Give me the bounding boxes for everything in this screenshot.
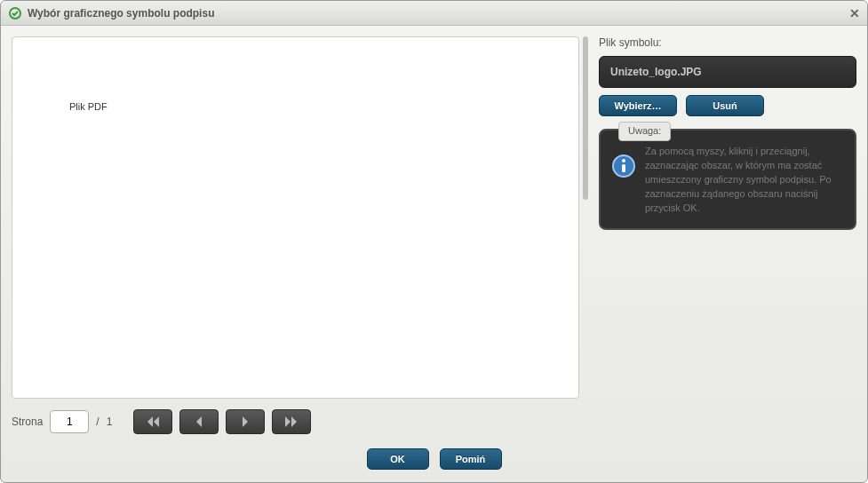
pager-first-button[interactable]: [133, 409, 172, 434]
chevron-right-icon: [238, 416, 252, 428]
skip-button[interactable]: Pomiń: [440, 448, 502, 470]
rewind-first-icon: [146, 416, 160, 428]
info-tab-label: Uwaga:: [618, 122, 671, 141]
left-pane: Plik PDF Strona / 1: [12, 36, 588, 434]
info-box: Uwaga: Za pomocą myszy, kliknij i przeci…: [599, 129, 856, 230]
app-icon: [8, 6, 22, 20]
pdf-label: Plik PDF: [69, 101, 108, 112]
titlebar: Wybór graficznego symbolu podpisu ✕: [1, 1, 867, 26]
info-content: Za pomocą myszy, kliknij i przeciągnij, …: [611, 145, 844, 216]
pager-last-button[interactable]: [272, 409, 311, 434]
chevron-left-icon: [192, 416, 206, 428]
file-buttons: Wybierz… Usuń: [599, 95, 856, 116]
choose-button[interactable]: Wybierz…: [599, 95, 677, 116]
file-value: Unizeto_logo.JPG: [599, 56, 856, 88]
close-icon[interactable]: ✕: [849, 6, 860, 20]
pdf-preview[interactable]: Plik PDF: [12, 36, 579, 399]
dialog-window: Wybór graficznego symbolu podpisu ✕ Plik…: [0, 0, 868, 483]
svg-rect-3: [622, 164, 625, 172]
preview-wrap: Plik PDF: [12, 36, 588, 399]
pager: Strona / 1: [12, 409, 588, 434]
pager-label: Strona: [12, 416, 43, 428]
scrollbar-thumb[interactable]: [583, 36, 588, 200]
ok-button[interactable]: OK: [367, 448, 429, 470]
pager-separator: /: [96, 416, 99, 428]
pager-prev-button[interactable]: [179, 409, 219, 434]
svg-point-2: [622, 159, 625, 162]
footer-buttons: OK Pomiń: [1, 441, 867, 482]
forward-last-icon: [284, 416, 299, 428]
file-label: Plik symbolu:: [599, 36, 856, 49]
pager-next-button[interactable]: [226, 409, 265, 434]
content-area: Plik PDF Strona / 1: [1, 26, 867, 441]
info-text: Za pomocą myszy, kliknij i przeciągnij, …: [645, 145, 844, 216]
window-title: Wybór graficznego symbolu podpisu: [28, 7, 849, 20]
right-pane: Plik symbolu: Unizeto_logo.JPG Wybierz… …: [599, 36, 856, 434]
preview-scrollbar[interactable]: [583, 36, 588, 399]
delete-button[interactable]: Usuń: [686, 95, 764, 116]
info-icon: [611, 154, 636, 178]
pager-total: 1: [107, 416, 113, 428]
page-input[interactable]: [50, 410, 89, 433]
